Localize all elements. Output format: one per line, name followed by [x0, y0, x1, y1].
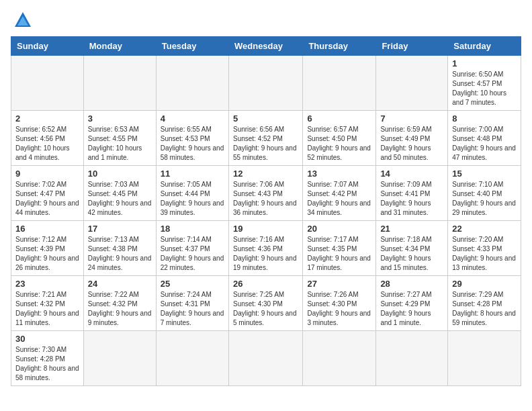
calendar-day-cell: 4Sunrise: 6:55 AM Sunset: 4:53 PM Daylig… [156, 111, 228, 166]
day-info: Sunrise: 7:18 AM Sunset: 4:34 PM Dayligh… [380, 235, 443, 273]
day-info: Sunrise: 7:27 AM Sunset: 4:29 PM Dayligh… [380, 290, 443, 328]
day-info: Sunrise: 7:22 AM Sunset: 4:32 PM Dayligh… [88, 290, 152, 328]
calendar-day-cell [156, 331, 228, 386]
calendar-day-cell: 23Sunrise: 7:21 AM Sunset: 4:32 PM Dayli… [11, 276, 84, 331]
calendar-day-header: Tuesday [156, 37, 228, 56]
calendar-day-cell: 19Sunrise: 7:16 AM Sunset: 4:36 PM Dayli… [228, 221, 302, 276]
calendar-day-cell: 11Sunrise: 7:05 AM Sunset: 4:44 PM Dayli… [156, 166, 228, 221]
calendar-week-row: 9Sunrise: 7:02 AM Sunset: 4:47 PM Daylig… [11, 166, 521, 221]
day-number: 6 [307, 113, 371, 124]
calendar-day-cell [303, 331, 376, 386]
day-number: 1 [452, 58, 517, 68]
day-info: Sunrise: 6:56 AM Sunset: 4:52 PM Dayligh… [233, 125, 298, 163]
day-info: Sunrise: 7:17 AM Sunset: 4:35 PM Dayligh… [307, 235, 371, 273]
calendar-table: SundayMondayTuesdayWednesdayThursdayFrid… [11, 36, 521, 386]
calendar-day-cell: 27Sunrise: 7:26 AM Sunset: 4:30 PM Dayli… [303, 276, 376, 331]
calendar-day-cell: 1Sunrise: 6:50 AM Sunset: 4:57 PM Daylig… [448, 56, 521, 111]
calendar-day-cell: 8Sunrise: 7:00 AM Sunset: 4:48 PM Daylig… [448, 111, 521, 166]
day-number: 4 [161, 113, 224, 124]
day-number: 3 [88, 113, 152, 124]
calendar-day-header: Saturday [448, 37, 521, 56]
calendar-day-cell [303, 56, 376, 111]
calendar-day-cell: 22Sunrise: 7:20 AM Sunset: 4:33 PM Dayli… [448, 221, 521, 276]
calendar-day-header: Sunday [11, 37, 84, 56]
calendar-day-cell: 14Sunrise: 7:09 AM Sunset: 4:41 PM Dayli… [376, 166, 448, 221]
calendar-day-cell [83, 331, 156, 386]
calendar-day-header: Monday [83, 37, 156, 56]
calendar-day-cell: 29Sunrise: 7:29 AM Sunset: 4:28 PM Dayli… [448, 276, 521, 331]
day-info: Sunrise: 7:16 AM Sunset: 4:36 PM Dayligh… [233, 235, 298, 273]
calendar-day-cell: 21Sunrise: 7:18 AM Sunset: 4:34 PM Dayli… [376, 221, 448, 276]
day-info: Sunrise: 6:50 AM Sunset: 4:57 PM Dayligh… [452, 70, 517, 107]
day-info: Sunrise: 7:10 AM Sunset: 4:40 PM Dayligh… [452, 180, 517, 218]
calendar-day-cell: 17Sunrise: 7:13 AM Sunset: 4:38 PM Dayli… [83, 221, 156, 276]
day-info: Sunrise: 7:14 AM Sunset: 4:37 PM Dayligh… [161, 235, 224, 273]
day-info: Sunrise: 7:13 AM Sunset: 4:38 PM Dayligh… [88, 235, 152, 273]
calendar-day-cell: 5Sunrise: 6:56 AM Sunset: 4:52 PM Daylig… [228, 111, 302, 166]
calendar-day-cell [376, 331, 448, 386]
logo [11, 11, 32, 30]
calendar-day-cell [228, 56, 302, 111]
calendar-day-cell [83, 56, 156, 111]
day-number: 22 [452, 224, 517, 234]
day-number: 8 [452, 113, 517, 124]
calendar-day-cell: 13Sunrise: 7:07 AM Sunset: 4:42 PM Dayli… [303, 166, 376, 221]
calendar-day-header: Thursday [303, 37, 376, 56]
day-number: 14 [380, 169, 443, 179]
calendar-day-cell: 28Sunrise: 7:27 AM Sunset: 4:29 PM Dayli… [376, 276, 448, 331]
day-number: 26 [233, 279, 298, 289]
day-info: Sunrise: 7:21 AM Sunset: 4:32 PM Dayligh… [15, 290, 79, 328]
day-number: 20 [307, 224, 371, 234]
calendar-day-cell: 20Sunrise: 7:17 AM Sunset: 4:35 PM Dayli… [303, 221, 376, 276]
day-info: Sunrise: 6:59 AM Sunset: 4:49 PM Dayligh… [380, 125, 443, 163]
calendar-day-header: Friday [376, 37, 448, 56]
day-info: Sunrise: 7:00 AM Sunset: 4:48 PM Dayligh… [452, 125, 517, 163]
calendar-week-row: 16Sunrise: 7:12 AM Sunset: 4:39 PM Dayli… [11, 221, 521, 276]
calendar-day-cell [228, 331, 302, 386]
logo-icon [13, 11, 32, 30]
calendar-day-cell: 18Sunrise: 7:14 AM Sunset: 4:37 PM Dayli… [156, 221, 228, 276]
calendar-day-cell: 3Sunrise: 6:53 AM Sunset: 4:55 PM Daylig… [83, 111, 156, 166]
calendar-day-cell [156, 56, 228, 111]
calendar-day-cell [448, 331, 521, 386]
day-info: Sunrise: 6:55 AM Sunset: 4:53 PM Dayligh… [161, 125, 224, 163]
calendar-day-header: Wednesday [228, 37, 302, 56]
day-info: Sunrise: 6:57 AM Sunset: 4:50 PM Dayligh… [307, 125, 371, 163]
day-number: 29 [452, 279, 517, 289]
day-info: Sunrise: 7:06 AM Sunset: 4:43 PM Dayligh… [233, 180, 298, 218]
calendar-header-row: SundayMondayTuesdayWednesdayThursdayFrid… [11, 37, 521, 56]
day-info: Sunrise: 7:20 AM Sunset: 4:33 PM Dayligh… [452, 235, 517, 273]
calendar-day-cell: 15Sunrise: 7:10 AM Sunset: 4:40 PM Dayli… [448, 166, 521, 221]
day-number: 5 [233, 113, 298, 124]
day-info: Sunrise: 7:12 AM Sunset: 4:39 PM Dayligh… [15, 235, 79, 273]
day-number: 18 [161, 224, 224, 234]
calendar-week-row: 2Sunrise: 6:52 AM Sunset: 4:56 PM Daylig… [11, 111, 521, 166]
calendar-day-cell: 9Sunrise: 7:02 AM Sunset: 4:47 PM Daylig… [11, 166, 84, 221]
calendar-day-cell: 7Sunrise: 6:59 AM Sunset: 4:49 PM Daylig… [376, 111, 448, 166]
day-info: Sunrise: 7:05 AM Sunset: 4:44 PM Dayligh… [161, 180, 224, 218]
day-number: 27 [307, 279, 371, 289]
calendar-day-cell: 2Sunrise: 6:52 AM Sunset: 4:56 PM Daylig… [11, 111, 84, 166]
day-number: 19 [233, 224, 298, 234]
calendar-day-cell: 26Sunrise: 7:25 AM Sunset: 4:30 PM Dayli… [228, 276, 302, 331]
day-number: 9 [15, 169, 79, 179]
day-info: Sunrise: 7:26 AM Sunset: 4:30 PM Dayligh… [307, 290, 371, 328]
day-number: 30 [15, 334, 79, 344]
day-info: Sunrise: 7:07 AM Sunset: 4:42 PM Dayligh… [307, 180, 371, 218]
calendar-day-cell: 16Sunrise: 7:12 AM Sunset: 4:39 PM Dayli… [11, 221, 84, 276]
day-info: Sunrise: 6:52 AM Sunset: 4:56 PM Dayligh… [15, 125, 79, 163]
day-info: Sunrise: 7:25 AM Sunset: 4:30 PM Dayligh… [233, 290, 298, 328]
day-number: 16 [15, 224, 79, 234]
day-info: Sunrise: 7:29 AM Sunset: 4:28 PM Dayligh… [452, 290, 517, 328]
day-info: Sunrise: 7:03 AM Sunset: 4:45 PM Dayligh… [88, 180, 152, 218]
day-number: 7 [380, 113, 443, 124]
calendar-day-cell [11, 56, 84, 111]
day-info: Sunrise: 7:02 AM Sunset: 4:47 PM Dayligh… [15, 180, 79, 218]
calendar-day-cell: 10Sunrise: 7:03 AM Sunset: 4:45 PM Dayli… [83, 166, 156, 221]
calendar-week-row: 23Sunrise: 7:21 AM Sunset: 4:32 PM Dayli… [11, 276, 521, 331]
day-info: Sunrise: 7:30 AM Sunset: 4:28 PM Dayligh… [15, 345, 79, 383]
day-number: 23 [15, 279, 79, 289]
day-number: 21 [380, 224, 443, 234]
day-number: 12 [233, 169, 298, 179]
day-number: 25 [161, 279, 224, 289]
